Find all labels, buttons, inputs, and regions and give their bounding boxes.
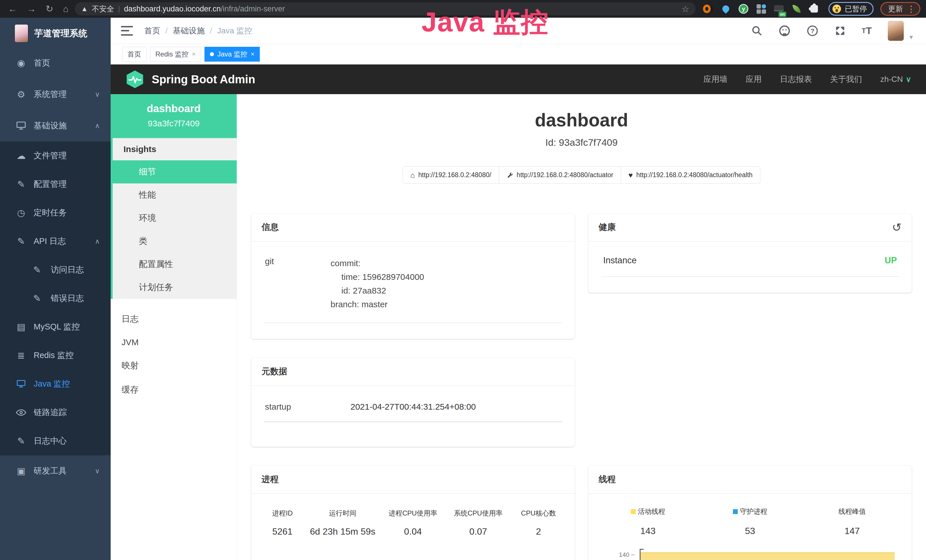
browser-update-button[interactable]: 更新 ⋮ [881,2,920,16]
sidebar-item-error-logs[interactable]: ✎ 错误日志 [0,284,110,313]
security-warning-icon[interactable]: ▲ [81,5,88,13]
extension-y-icon[interactable]: y [738,4,749,14]
sidebar-item-scheduled-tasks[interactable]: ◷ 定时任务 [0,198,110,227]
menu-item-caches[interactable]: 缓存 [110,378,237,402]
sidebar-item-system[interactable]: ⚙ 系统管理 ∨ [0,79,110,110]
sidebar-item-infrastructure[interactable]: 基础设施 ∧ [0,110,110,141]
menu-item-config-props[interactable]: 配置属性 [113,253,237,276]
history-icon[interactable]: ↺ [892,223,902,232]
layers-icon: ≣ [15,350,27,361]
process-cores: 2 [511,526,566,537]
sidebar-item-config-management[interactable]: ✎ 配置管理 [0,170,110,198]
svg-text:?: ? [811,27,814,34]
bookmark-star-icon[interactable]: ☆ [682,4,689,14]
menu-item-classes[interactable]: 类 [113,230,237,253]
extension-grid-icon[interactable] [756,4,766,14]
threads-card-title: 线程 [589,466,912,493]
url-domain[interactable]: dashboard.yudao.iocoder.cn [124,5,221,13]
breadcrumb-infrastructure[interactable]: 基础设施 [173,26,205,36]
sidebar-item-tracing[interactable]: 链路追踪 [0,398,110,427]
menu-item-metrics[interactable]: 性能 [113,183,237,207]
text-size-icon[interactable]: TT [862,25,872,36]
close-icon[interactable]: × [251,50,254,58]
reload-icon[interactable]: ↻ [45,4,53,14]
sba-nav-journal[interactable]: 日志报表 [780,74,812,85]
sidebar-item-api-logs[interactable]: ✎ API 日志 ∧ [0,227,110,256]
extensions-puzzle-icon[interactable] [809,4,819,14]
infrastructure-submenu: ☁ 文件管理 ✎ 配置管理 ◷ 定时任务 ✎ API 日志 ∧ ✎ 访问日志 ✎ [0,141,110,455]
service-url-button[interactable]: ⌂ http://192.168.0.2:48080/ [403,166,499,184]
metadata-key: startup [265,402,351,412]
menu-item-logs[interactable]: 日志 [110,307,237,331]
sidebar-item-log-center[interactable]: ✎ 日志中心 [0,427,110,455]
home-icon[interactable]: ⌂ [63,4,68,14]
breadcrumb-current: Java 监控 [217,26,253,36]
sba-header: Spring Boot Admin 应用墙 应用 日志报表 关于我们 zh-CN… [110,65,926,94]
page-url[interactable]: dashboard.yudao.iocoder.cn/infra/admin-s… [124,5,285,14]
insights-section: Insights 细节 性能 环境 类 配置属性 计划任务 [110,138,237,299]
address-bar[interactable]: ▲ 不安全 | dashboard.yudao.iocoder.cn/infra… [75,2,696,15]
tab-java-monitor[interactable]: Java 监控 × [204,47,260,62]
sidebar-item-file-management[interactable]: ☁ 文件管理 [0,141,110,170]
page-instance-id: Id: 93a3fc7f7409 [237,137,926,148]
app-logo[interactable]: 芋道管理系统 [0,18,110,47]
sidebar-item-dev-tools[interactable]: ▣ 研发工具 ∨ [0,455,110,487]
forward-icon[interactable]: → [27,4,36,14]
health-card-title: 健康 [599,221,616,233]
extension-pin-icon[interactable] [721,4,731,14]
help-icon[interactable]: ? [806,25,819,37]
menu-item-environment[interactable]: 环境 [113,207,237,230]
tab-redis-monitor[interactable]: Redis 监控 × [150,47,201,62]
search-icon[interactable] [751,25,763,36]
startup-row: startup 2021-04-27T00:44:31.254+08:00 [264,398,562,422]
menu-item-details[interactable]: 细节 [113,160,237,183]
emoji-face-icon [832,4,841,14]
url-path[interactable]: /infra/admin-server [221,5,285,13]
breadcrumb-home[interactable]: 首页 [144,26,160,36]
spring-boot-admin-logo[interactable] [126,70,144,89]
sba-nav-wallboard[interactable]: 应用墙 [704,74,728,85]
sidebar-item-redis-monitor[interactable]: ≣ Redis 监控 [0,341,110,370]
tab-home[interactable]: 首页 [122,47,147,62]
health-instance-row[interactable]: Instance UP [601,254,899,277]
browser-menu-icon[interactable]: ⋮ [907,4,915,14]
edit-icon: ✎ [15,236,27,247]
menu-item-scheduled-tasks[interactable]: 计划任务 [113,276,237,299]
threads-legend: 活动线程 守护进程 线程峰值 143 53 [597,505,903,536]
health-url-button[interactable]: ♥ http://192.168.0.2:48080/actuator/heal… [621,166,760,184]
sidebar-item-java-monitor[interactable]: Java 监控 [0,370,110,398]
sba-nav-applications[interactable]: 应用 [746,74,762,85]
instance-url-buttons: ⌂ http://192.168.0.2:48080/ http://192.1… [237,166,926,184]
fullscreen-icon[interactable] [834,25,846,36]
actuator-url-button[interactable]: http://192.168.0.2:48080/actuator [499,166,621,184]
page-title: dashboard [237,109,926,131]
daemon-threads-value: 53 [699,526,801,536]
avatar-caret-icon[interactable]: ▾ [909,33,913,41]
menu-item-mappings[interactable]: 映射 [110,353,237,378]
process-col-uptime: 运行时间 [305,509,380,518]
extension-leaf-icon[interactable] [791,4,802,14]
sidebar-item-home[interactable]: ◉ 首页 [0,47,110,79]
sidebar-item-mysql-monitor[interactable]: ▤ MySQL 监控 [0,313,110,341]
back-icon[interactable]: ← [8,4,17,14]
profile-paused-chip[interactable]: 已暂停 [828,2,873,16]
sba-nav-about[interactable]: 关于我们 [830,74,862,85]
sba-language-select[interactable]: zh-CN ∨ [881,75,911,84]
browser-toolbar: ← → ↻ ⌂ ▲ 不安全 | dashboard.yudao.iocoder.… [0,0,926,18]
sba-brand[interactable]: Spring Boot Admin [152,73,255,86]
user-avatar[interactable] [888,21,904,41]
menu-item-jvm[interactable]: JVM [110,331,237,353]
health-card: 健康 ↺ Instance UP [589,213,912,293]
process-sys-cpu: 0.07 [445,526,511,537]
instance-header[interactable]: dashboard 93a3fc7f7409 [110,94,237,138]
github-icon[interactable] [779,25,791,37]
chevron-up-icon: ∧ [95,122,100,130]
sidebar-item-access-logs[interactable]: ✎ 访问日志 [0,256,110,284]
sidebar-collapse-icon[interactable] [121,26,133,36]
close-icon[interactable]: × [192,50,196,58]
extension-on-switch-icon[interactable]: on [774,4,784,14]
extension-orange-icon[interactable]: 1 [703,4,713,14]
security-label[interactable]: 不安全 [92,4,114,14]
database-grid-icon: ▤ [15,321,27,332]
instance-detail-content: dashboard Id: 93a3fc7f7409 ⌂ http://192.… [237,94,926,560]
